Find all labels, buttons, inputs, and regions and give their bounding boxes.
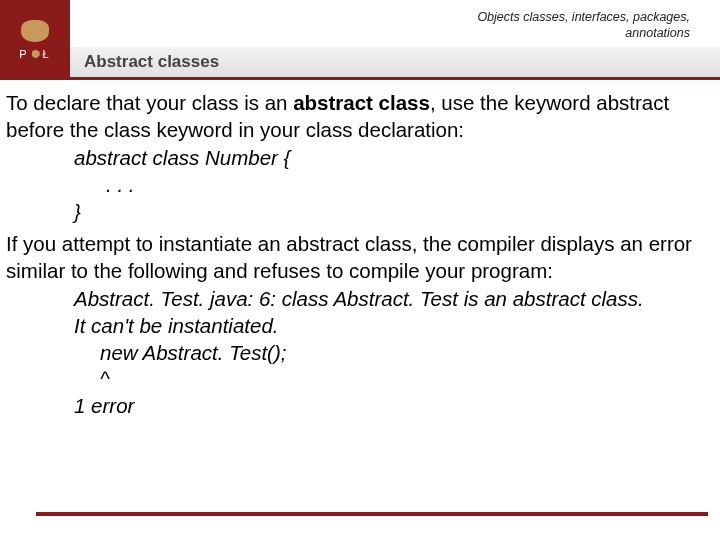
logo-emblem-icon: [21, 20, 49, 42]
error-line: Abstract. Test. java: 6: class Abstract.…: [6, 286, 714, 313]
error-line: It can't be instantiated.: [6, 313, 714, 340]
footer-divider: [36, 512, 708, 516]
slide-header: P Ł Objects classes, interfaces, package…: [0, 0, 720, 80]
error-line: ^: [6, 366, 714, 393]
bold-text: abstract class: [293, 91, 430, 114]
paragraph: If you attempt to instantiate an abstrac…: [6, 231, 714, 284]
breadcrumb-line: annotations: [70, 26, 690, 42]
logo-letter-right: Ł: [43, 48, 51, 60]
slide-title: Abstract classes: [70, 47, 720, 77]
code-line: . . .: [6, 172, 714, 199]
logo-letter-left: P: [19, 48, 28, 60]
code-line: }: [6, 199, 714, 226]
text: To declare that your class is an: [6, 91, 293, 114]
breadcrumb: Objects classes, interfaces, packages, a…: [70, 0, 720, 47]
breadcrumb-line: Objects classes, interfaces, packages,: [70, 10, 690, 26]
institution-logo: P Ł: [0, 0, 70, 80]
code-line: abstract class Number {: [6, 145, 714, 172]
shield-icon: [32, 50, 40, 59]
logo-letters: P Ł: [19, 48, 50, 60]
error-block: Abstract. Test. java: 6: class Abstract.…: [6, 286, 714, 419]
code-block: abstract class Number { . . . }: [6, 145, 714, 225]
error-count: 1 error: [6, 393, 714, 420]
paragraph: To declare that your class is an abstrac…: [6, 90, 714, 143]
slide-content: To declare that your class is an abstrac…: [0, 80, 720, 420]
error-line: new Abstract. Test();: [6, 340, 714, 367]
header-right: Objects classes, interfaces, packages, a…: [70, 0, 720, 77]
